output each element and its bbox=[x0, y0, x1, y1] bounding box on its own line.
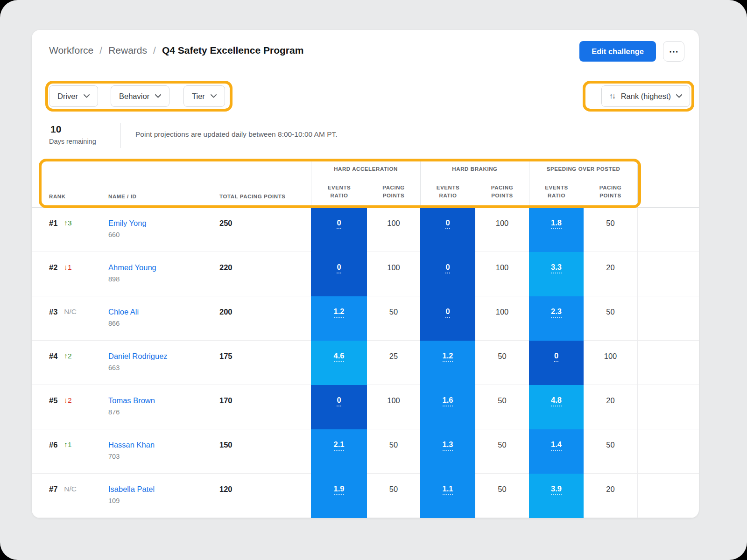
days-remaining-label: Days remaining bbox=[49, 138, 96, 145]
pacing-points-cell: 100 bbox=[367, 385, 420, 429]
events-ratio-cell[interactable]: 0 bbox=[420, 208, 475, 252]
rank-cell: #3 N/C bbox=[32, 296, 108, 341]
pacing-points-cell: 50 bbox=[584, 429, 637, 474]
pacing-points-cell: 20 bbox=[584, 252, 637, 296]
events-ratio-cell[interactable]: 1.2 bbox=[420, 341, 475, 385]
events-ratio-value[interactable]: 0 bbox=[337, 262, 341, 273]
column-header-name-id: NAME / ID bbox=[108, 176, 219, 207]
filter-behavior-dropdown[interactable]: Behavior bbox=[111, 85, 169, 107]
events-ratio-value[interactable]: 2.1 bbox=[334, 440, 345, 451]
events-ratio-cell[interactable]: 1.8 bbox=[529, 208, 584, 252]
filter-driver-dropdown[interactable]: Driver bbox=[49, 85, 98, 107]
rank-value: #1 bbox=[49, 218, 57, 228]
days-remaining-value: 10 bbox=[50, 124, 61, 135]
pacing-points-cell: 100 bbox=[367, 208, 420, 252]
driver-id: 703 bbox=[108, 452, 219, 461]
events-ratio-cell[interactable]: 0 bbox=[311, 208, 367, 252]
events-ratio-value[interactable]: 0 bbox=[337, 218, 341, 229]
column-header-total-pacing-points: TOTAL PACING POINTS bbox=[219, 176, 311, 207]
events-ratio-cell[interactable]: 3.3 bbox=[529, 252, 584, 296]
driver-name-link[interactable]: Hassan Khan bbox=[108, 440, 219, 450]
events-ratio-value[interactable]: 0 bbox=[445, 218, 450, 229]
sort-arrows-icon: ↑↓ bbox=[609, 92, 615, 100]
driver-name-link[interactable]: Emily Yong bbox=[108, 218, 219, 228]
edit-challenge-button[interactable]: Edit challenge bbox=[579, 41, 656, 62]
events-ratio-value[interactable]: 3.9 bbox=[551, 484, 562, 495]
events-ratio-value[interactable]: 0 bbox=[337, 395, 341, 406]
events-ratio-cell[interactable]: 3.9 bbox=[529, 474, 584, 518]
events-ratio-cell[interactable]: 1.3 bbox=[420, 429, 475, 474]
driver-name-link[interactable]: Daniel Rodriguez bbox=[108, 351, 219, 361]
events-ratio-cell[interactable]: 4.6 bbox=[311, 341, 367, 385]
table-row[interactable]: #7 N/C Isabella Patel 109 120 1.9 50 1.1… bbox=[32, 474, 699, 518]
events-ratio-value[interactable]: 0 bbox=[445, 307, 450, 318]
events-ratio-value[interactable]: 4.6 bbox=[334, 351, 345, 362]
pacing-points-cell: 50 bbox=[475, 341, 529, 385]
empty-cell bbox=[637, 252, 699, 296]
events-ratio-cell[interactable]: 2.3 bbox=[529, 296, 584, 341]
events-ratio-cell[interactable]: 1.4 bbox=[529, 429, 584, 474]
events-ratio-cell[interactable]: 1.9 bbox=[311, 474, 367, 518]
events-ratio-cell[interactable]: 1.6 bbox=[420, 385, 475, 429]
sort-dropdown[interactable]: ↑↓ Rank (highest) bbox=[601, 85, 690, 107]
events-ratio-cell[interactable]: 1.1 bbox=[420, 474, 475, 518]
driver-name-link[interactable]: Chloe Ali bbox=[108, 307, 219, 317]
driver-name-link[interactable]: Ahmed Young bbox=[108, 262, 219, 273]
events-ratio-value[interactable]: 1.6 bbox=[443, 395, 453, 406]
events-ratio-value[interactable]: 1.2 bbox=[443, 351, 453, 362]
driver-cell: Ahmed Young 898 bbox=[108, 252, 219, 296]
driver-name-link[interactable]: Tomas Brown bbox=[108, 395, 219, 406]
table-row[interactable]: #4 ↑2 Daniel Rodriguez 663 175 4.6 25 1.… bbox=[32, 341, 699, 385]
events-ratio-value[interactable]: 1.8 bbox=[551, 218, 562, 229]
empty-cell bbox=[637, 385, 699, 429]
rank-change: N/C bbox=[64, 307, 77, 317]
events-ratio-cell[interactable]: 0 bbox=[311, 252, 367, 296]
table-row[interactable]: #5 ↓2 Tomas Brown 876 170 0 100 1.6 50 4… bbox=[32, 385, 699, 429]
rank-cell: #6 ↑1 bbox=[32, 429, 108, 474]
events-ratio-value[interactable]: 0 bbox=[445, 262, 450, 273]
events-ratio-cell[interactable]: 0 bbox=[420, 296, 475, 341]
events-ratio-cell[interactable]: 0 bbox=[311, 385, 367, 429]
events-ratio-value[interactable]: 1.2 bbox=[334, 307, 345, 318]
pacing-points-cell: 100 bbox=[475, 208, 529, 252]
page-title: Q4 Safety Excellence Program bbox=[162, 45, 304, 56]
events-ratio-value[interactable]: 1.1 bbox=[443, 484, 453, 495]
total-pacing-points: 220 bbox=[219, 252, 311, 296]
driver-id: 109 bbox=[108, 496, 219, 505]
events-ratio-cell[interactable]: 4.8 bbox=[529, 385, 584, 429]
events-ratio-cell[interactable]: 2.1 bbox=[311, 429, 367, 474]
events-ratio-value[interactable]: 0 bbox=[554, 351, 558, 362]
driver-id: 876 bbox=[108, 407, 219, 417]
events-ratio-cell[interactable]: 1.2 bbox=[311, 296, 367, 341]
events-ratio-value[interactable]: 1.4 bbox=[551, 440, 562, 451]
table-row[interactable]: #3 N/C Chloe Ali 866 200 1.2 50 0 100 2.… bbox=[32, 296, 699, 341]
driver-id: 660 bbox=[108, 230, 219, 239]
table-row[interactable]: #2 ↓1 Ahmed Young 898 220 0 100 0 100 3.… bbox=[32, 252, 699, 296]
table-row[interactable]: #6 ↑1 Hassan Khan 703 150 2.1 50 1.3 50 … bbox=[32, 429, 699, 474]
pacing-points-cell: 50 bbox=[367, 296, 420, 341]
table-row[interactable]: #1 ↑3 Emily Yong 660 250 0 100 0 100 1.8… bbox=[32, 208, 699, 252]
projection-note: Point projections are updated daily betw… bbox=[135, 130, 338, 139]
rank-change: ↓2 bbox=[64, 395, 71, 406]
more-options-button[interactable]: ⋯ bbox=[663, 41, 684, 62]
events-ratio-value[interactable]: 1.3 bbox=[443, 440, 453, 451]
events-ratio-cell[interactable]: 0 bbox=[420, 252, 475, 296]
filter-tier-dropdown[interactable]: Tier bbox=[183, 85, 225, 107]
driver-name-link[interactable]: Isabella Patel bbox=[108, 484, 219, 494]
events-ratio-value[interactable]: 3.3 bbox=[551, 262, 562, 273]
events-ratio-value[interactable]: 1.9 bbox=[334, 484, 345, 495]
breadcrumb-rewards[interactable]: Rewards bbox=[108, 45, 147, 56]
events-ratio-value[interactable]: 4.8 bbox=[551, 395, 562, 406]
events-ratio-cell[interactable]: 0 bbox=[529, 341, 584, 385]
table-body: #1 ↑3 Emily Yong 660 250 0 100 0 100 1.8… bbox=[32, 208, 699, 518]
group-header-hard-acceleration: HARD ACCELERATION bbox=[311, 161, 420, 176]
column-header-pacing-points: PACING POINTS bbox=[367, 176, 420, 207]
rank-value: #2 bbox=[49, 262, 57, 273]
breadcrumb-workforce[interactable]: Workforce bbox=[49, 45, 93, 56]
column-header-events-ratio: EVENTS RATIO bbox=[529, 176, 584, 207]
rank-change: N/C bbox=[64, 484, 77, 494]
rank-value: #6 bbox=[49, 440, 57, 450]
events-ratio-value[interactable]: 2.3 bbox=[551, 307, 562, 318]
empty-cell bbox=[637, 429, 699, 474]
rank-value: #7 bbox=[49, 484, 57, 494]
